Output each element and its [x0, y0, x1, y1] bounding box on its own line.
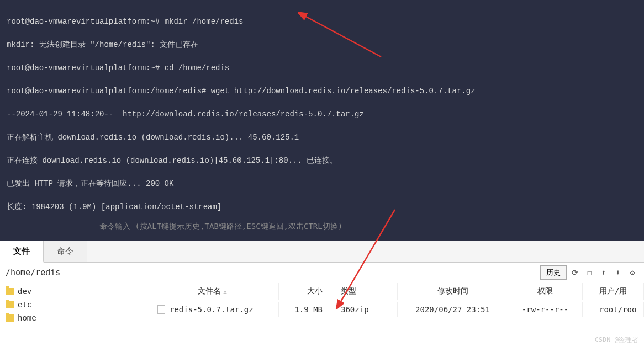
- file-list-header: 文件名△ 大小 类型 修改时间 权限 用户/用: [146, 282, 644, 300]
- column-header-type[interactable]: 类型: [334, 283, 398, 300]
- command-input-placeholder: 命令输入 (按ALT键提示历史,TAB键路径,ESC键返回,双击CTRL切换): [99, 222, 342, 232]
- terminal-line: 正在连接 download.redis.io (download.redis.i…: [7, 155, 637, 167]
- file-type-cell: 360zip: [334, 302, 398, 317]
- tree-item-label: home: [18, 313, 36, 322]
- column-header-user[interactable]: 用户/用: [583, 283, 644, 300]
- terminal-line: root@dao-vmwarevirtualplatform:~# cd /ho…: [7, 62, 637, 74]
- directory-tree[interactable]: dev etc home: [0, 282, 146, 347]
- column-header-name[interactable]: 文件名△: [146, 283, 279, 300]
- file-date-cell: 2020/06/27 23:51: [398, 302, 508, 317]
- folder-icon: [6, 288, 14, 295]
- terminal-line: root@dao-vmwarevirtualplatform:/home/red…: [7, 86, 637, 97]
- column-header-date[interactable]: 修改时间: [398, 283, 508, 300]
- sort-asc-icon: △: [223, 289, 226, 295]
- command-input-bar[interactable]: 命令输入 (按ALT键提示历史,TAB键路径,ESC键返回,双击CTRL切换): [0, 214, 644, 241]
- file-name: redis-5.0.7.tar.gz: [170, 305, 254, 314]
- refresh-icon[interactable]: ⟳: [569, 266, 581, 279]
- current-path[interactable]: /home/redis: [6, 268, 60, 277]
- terminal-line: 已发出 HTTP 请求，正在等待回应... 200 OK: [7, 178, 637, 190]
- tab-file[interactable]: 文件: [0, 241, 44, 263]
- upload-icon[interactable]: ⬆: [598, 266, 610, 279]
- file-list: 文件名△ 大小 类型 修改时间 权限 用户/用 redis-5.0.7.tar.…: [146, 282, 644, 347]
- tree-item-etc[interactable]: etc: [4, 298, 141, 311]
- column-header-perm[interactable]: 权限: [508, 283, 583, 300]
- terminal-line: 正在解析主机 download.redis.io (download.redis…: [7, 132, 637, 143]
- tree-item-dev[interactable]: dev: [4, 285, 141, 298]
- file-size-cell: 1.9 MB: [279, 302, 334, 317]
- terminal-line: 长度: 1984203 (1.9M) [application/octet-st…: [7, 201, 637, 213]
- file-user-cell: root/roo: [583, 302, 644, 317]
- terminal-line: mkdir: 无法创建目录 "/home/redis": 文件已存在: [7, 39, 637, 51]
- terminal-line: root@dao-vmwarevirtualplatform:~# mkdir …: [7, 16, 637, 28]
- terminal-line: --2024-01-29 11:48:20-- http://download.…: [7, 109, 637, 120]
- column-header-size[interactable]: 大小: [279, 283, 334, 300]
- bookmark-icon[interactable]: ☐: [583, 266, 595, 279]
- tree-item-home[interactable]: home: [4, 311, 141, 324]
- watermark: CSDN @盗理者: [595, 335, 638, 345]
- folder-icon: [6, 314, 14, 322]
- tree-item-label: etc: [18, 300, 31, 309]
- download-icon[interactable]: ⬇: [612, 266, 624, 279]
- tree-item-label: dev: [18, 287, 31, 296]
- path-actions: 历史 ⟳ ☐ ⬆ ⬇ ⚙: [540, 265, 638, 280]
- file-perm-cell: -rw-r--r--: [508, 302, 583, 317]
- file-row[interactable]: redis-5.0.7.tar.gz 1.9 MB 360zip 2020/06…: [146, 300, 644, 317]
- history-button[interactable]: 历史: [540, 265, 567, 280]
- tab-bar: 文件 命令: [0, 241, 644, 263]
- terminal-output[interactable]: root@dao-vmwarevirtualplatform:~# mkdir …: [0, 0, 644, 214]
- file-name-cell: redis-5.0.7.tar.gz: [146, 302, 279, 317]
- settings-icon[interactable]: ⚙: [626, 266, 638, 279]
- folder-icon: [6, 301, 14, 308]
- path-bar: /home/redis 历史 ⟳ ☐ ⬆ ⬇ ⚙: [0, 263, 644, 282]
- file-icon: [157, 305, 165, 314]
- file-browser: dev etc home 文件名△ 大小 类型 修改时间 权限 用户/用 red…: [0, 282, 644, 347]
- tab-command[interactable]: 命令: [44, 241, 87, 262]
